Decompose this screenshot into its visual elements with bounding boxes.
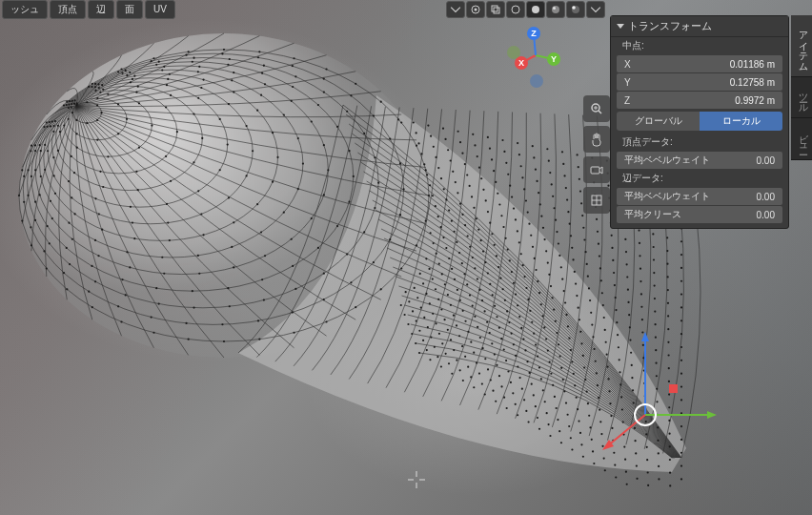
- svg-point-868: [553, 7, 556, 10]
- material-shading-icon[interactable]: [546, 1, 565, 18]
- menu-face[interactable]: 面: [116, 0, 143, 19]
- edge-data-label: 辺データ:: [611, 170, 788, 187]
- menu-mesh[interactable]: ッシュ: [2, 0, 48, 19]
- coord-y-field[interactable]: Y0.12758 m: [617, 73, 782, 91]
- crosshair-cursor-icon: [408, 471, 425, 488]
- overlay-toggle-icon[interactable]: [466, 1, 485, 18]
- vertex-data-label: 頂点データ:: [611, 134, 788, 151]
- tab-tool[interactable]: ツール: [791, 77, 812, 118]
- svg-line-875: [599, 111, 601, 113]
- dropdown-icon[interactable]: [446, 1, 465, 18]
- pan-hand-icon[interactable]: [583, 126, 610, 153]
- collapse-triangle-icon[interactable]: [617, 24, 624, 29]
- panel-header[interactable]: トランスフォーム: [611, 16, 788, 37]
- svg-point-870: [572, 6, 576, 10]
- camera-view-icon[interactable]: [583, 156, 610, 183]
- svg-point-866: [532, 6, 539, 13]
- svg-point-862: [475, 9, 477, 11]
- svg-rect-864: [494, 8, 499, 13]
- panel-title: トランスフォーム: [628, 19, 712, 33]
- svg-point-865: [512, 6, 519, 13]
- shading-dropdown-icon[interactable]: [586, 1, 605, 18]
- svg-rect-878: [591, 167, 599, 174]
- coord-z-field[interactable]: Z0.9972 m: [617, 92, 782, 109]
- tab-item[interactable]: アイテム: [791, 15, 812, 77]
- gizmo-y-axis[interactable]: Y: [547, 52, 560, 66]
- gizmo-neg-y[interactable]: [507, 46, 520, 59]
- menu-uv[interactable]: UV: [145, 0, 175, 19]
- wireframe-shading-icon[interactable]: [506, 1, 525, 18]
- xray-toggle-icon[interactable]: [486, 1, 505, 18]
- transform-panel: トランスフォーム 中点: X0.01186 m Y0.12758 m Z0.99…: [610, 15, 789, 229]
- zoom-icon[interactable]: [583, 95, 610, 122]
- local-space-button[interactable]: ローカル: [700, 112, 782, 131]
- rendered-shading-icon[interactable]: [566, 1, 585, 18]
- overlay-shading-row: [446, 1, 605, 18]
- coord-x-field[interactable]: X0.01186 m: [617, 55, 782, 72]
- viewport-tool-column: [583, 95, 610, 214]
- navigation-gizmo[interactable]: X Y Z: [497, 17, 574, 93]
- bevel-weight-edge-field[interactable]: 平均ベベルウェイト0.00: [617, 188, 782, 205]
- menu-vertex[interactable]: 頂点: [50, 0, 86, 19]
- crease-field[interactable]: 平均クリース0.00: [617, 206, 782, 223]
- svg-point-867: [552, 6, 559, 13]
- svg-rect-863: [492, 6, 497, 11]
- perspective-toggle-icon[interactable]: [583, 187, 610, 214]
- gizmo-neg-z[interactable]: [530, 74, 543, 88]
- n-panel-tabs: アイテム ツール ビュー: [791, 15, 812, 160]
- global-space-button[interactable]: グローバル: [617, 112, 700, 131]
- gizmo-z-axis[interactable]: Z: [527, 27, 540, 40]
- menu-edge[interactable]: 辺: [88, 0, 114, 19]
- bevel-weight-vertex-field[interactable]: 平均ベベルウェイト0.00: [617, 152, 782, 169]
- median-label: 中点:: [611, 37, 788, 54]
- tab-view[interactable]: ビュー: [791, 118, 812, 160]
- solid-shading-icon[interactable]: [526, 1, 545, 18]
